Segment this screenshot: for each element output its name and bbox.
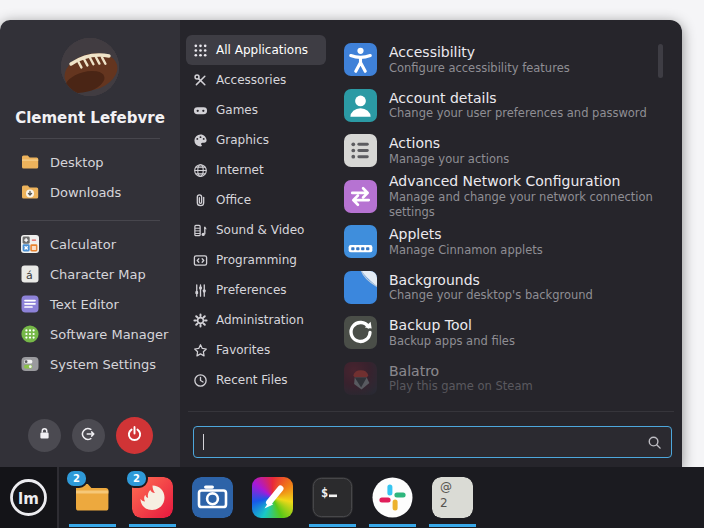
lock-icon: [37, 426, 52, 445]
sliders-icon: [193, 283, 208, 298]
power-icon: [126, 425, 143, 446]
category-internet[interactable]: Internet: [186, 155, 326, 185]
app-item-accessibility[interactable]: AccessibilityConfigure accessibility fea…: [344, 37, 682, 83]
category-administration[interactable]: Administration: [186, 305, 326, 335]
sidebar-item-text-editor[interactable]: Text Editor: [20, 289, 180, 319]
scrollbar-thumb[interactable]: [658, 44, 663, 78]
shutdown-button[interactable]: [116, 417, 153, 454]
taskbar-item-terminal[interactable]: $: [312, 477, 353, 518]
window-count-badge: 2: [65, 469, 88, 488]
gear-icon: [193, 313, 208, 328]
text-caret: [203, 434, 204, 450]
category-office[interactable]: Office: [186, 185, 326, 215]
app-item-applets[interactable]: AppletsManage Cinnamon applets: [344, 219, 682, 265]
app-item-balatro[interactable]: BalatroPlay this game on Steam: [344, 356, 682, 402]
taskbar-item-slack[interactable]: [372, 477, 413, 518]
actions-icon: [344, 134, 377, 167]
category-accessories[interactable]: Accessories: [186, 65, 326, 95]
folder-icon: [20, 152, 40, 172]
globe-icon: [193, 163, 208, 178]
taskbar-item-text-window[interactable]: @2: [432, 477, 473, 518]
category-preferences[interactable]: Preferences: [186, 275, 326, 305]
taskbar-item-file-manager[interactable]: 2: [72, 477, 113, 518]
menu-main: All ApplicationsAccessoriesGamesGraphics…: [180, 20, 682, 467]
category-label: Recent Files: [216, 373, 288, 387]
places-list: DesktopDownloads: [0, 145, 180, 209]
sidebar-item-label: Text Editor: [50, 297, 119, 312]
sidebar-item-character-map[interactable]: áCharacter Map: [20, 259, 180, 289]
system-settings-icon: [20, 354, 40, 374]
category-games[interactable]: Games: [186, 95, 326, 125]
category-graphics[interactable]: Graphics: [186, 125, 326, 155]
taskbar-item-drawing-app[interactable]: [252, 477, 293, 518]
app-title: Applets: [389, 226, 543, 243]
category-label: Programming: [216, 253, 297, 267]
paint-icon: [252, 477, 293, 518]
tools-icon: [193, 73, 208, 88]
category-programming[interactable]: Programming: [186, 245, 326, 275]
category-label: Graphics: [216, 133, 269, 147]
sidebar-item-label: Calculator: [50, 237, 116, 252]
menu-button[interactable]: lm: [0, 467, 57, 528]
app-title: Advanced Network Configuration: [389, 173, 682, 190]
category-label: Favorites: [216, 343, 270, 357]
film-music-icon: [193, 223, 208, 238]
logout-icon: [80, 426, 96, 446]
sidebar-item-software-manager[interactable]: Software Manager: [20, 319, 180, 349]
mint-logo-icon: lm: [8, 477, 49, 518]
app-item-actions[interactable]: ActionsManage your actions: [344, 128, 682, 174]
app-item-account-details[interactable]: Account detailsChange your user preferen…: [344, 83, 682, 129]
app-title: Balatro: [389, 363, 533, 380]
category-label: Preferences: [216, 283, 287, 297]
place-item-downloads[interactable]: Downloads: [20, 177, 180, 207]
character-map-icon: á: [20, 264, 40, 284]
sidebar-item-label: Character Map: [50, 267, 146, 282]
taskbar-item-screenshot-tool[interactable]: [192, 477, 233, 518]
session-buttons: [28, 417, 153, 467]
code-icon: [193, 253, 208, 268]
palette-icon: [193, 133, 208, 148]
accessibility-icon: [344, 43, 377, 76]
account-icon: [344, 89, 377, 122]
taskbar-item-firefox[interactable]: 2: [132, 477, 173, 518]
search-separator: [188, 411, 674, 412]
app-item-backgrounds[interactable]: BackgroundsChange your desktop's backgro…: [344, 265, 682, 311]
app-item-advanced-network-configuration[interactable]: Advanced Network ConfigurationManage and…: [344, 174, 682, 220]
svg-text:$: $: [321, 486, 328, 500]
lock-screen-button[interactable]: [28, 419, 61, 452]
search-icon: [647, 435, 662, 450]
camera-icon: [192, 477, 233, 518]
logout-button[interactable]: [72, 419, 105, 452]
category-label: Accessories: [216, 73, 286, 87]
place-item-label: Downloads: [50, 185, 121, 200]
grid-icon: [193, 43, 208, 58]
software-manager-icon: [20, 324, 40, 344]
category-favorites[interactable]: Favorites: [186, 335, 326, 365]
category-recent-files[interactable]: Recent Files: [186, 365, 326, 395]
app-title: Accessibility: [389, 44, 570, 61]
app-description: Manage and change your network connectio…: [389, 190, 682, 219]
svg-text:á: á: [26, 269, 33, 282]
app-title: Account details: [389, 90, 647, 107]
paperclip-icon: [193, 193, 208, 208]
category-label: Internet: [216, 163, 264, 177]
sidebar-item-label: System Settings: [50, 357, 156, 372]
text-editor-icon: [20, 294, 40, 314]
category-all-applications[interactable]: All Applications: [186, 35, 326, 65]
category-list: All ApplicationsAccessoriesGamesGraphics…: [186, 32, 332, 412]
search-input[interactable]: [193, 426, 672, 458]
place-item-desktop[interactable]: Desktop: [20, 147, 180, 177]
taskbar-panel: lm 22$@2: [0, 467, 704, 528]
folder-download-icon: [20, 182, 40, 202]
sidebar-item-calculator[interactable]: Calculator: [20, 229, 180, 259]
sidebar-separator: [20, 138, 160, 139]
category-label: Games: [216, 103, 258, 117]
category-label: All Applications: [216, 43, 308, 57]
user-name: Clement Lefebvre: [15, 109, 165, 127]
category-sound-video[interactable]: Sound & Video: [186, 215, 326, 245]
app-item-backup-tool[interactable]: Backup ToolBackup apps and files: [344, 310, 682, 356]
app-description: Manage your actions: [389, 152, 509, 166]
sidebar-item-system-settings[interactable]: System Settings: [20, 349, 180, 379]
application-list: AccessibilityConfigure accessibility fea…: [332, 32, 682, 412]
avatar[interactable]: [61, 38, 119, 96]
